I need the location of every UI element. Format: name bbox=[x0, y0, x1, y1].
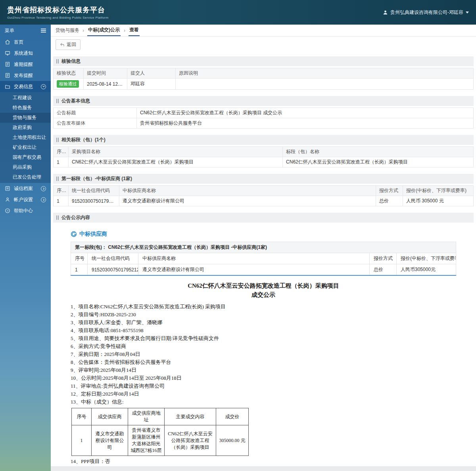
section-notice-content: 公告公示内容 中标供应商 第一标段(包)： CN62仁怀八木至云安公路拓宽改造工… bbox=[53, 213, 474, 471]
doc-line: 7、采购日期：2025年08月04日 bbox=[71, 350, 456, 358]
col-header: 主要成交内容 bbox=[165, 408, 216, 425]
section-header: 第一标段（包）-中标供应商 (1家) bbox=[53, 174, 474, 184]
breadcrumb-award-notice[interactable]: 中标(成交)公示 bbox=[87, 25, 121, 36]
cell-person: 邓廷容 bbox=[127, 79, 176, 90]
person-icon bbox=[5, 197, 10, 202]
svg-text:?: ? bbox=[7, 210, 8, 212]
submenu-item-gov-procurement[interactable]: 政府采购 bbox=[0, 123, 51, 133]
page-footer-strip bbox=[51, 466, 476, 471]
doc-line: 1、项目名称:CN62仁怀八木至云安公路拓宽改造工程(长岗) 采购项目 bbox=[71, 303, 456, 311]
section-header: 核验信息 bbox=[53, 56, 474, 66]
col-header: 统一社会信用代码 bbox=[88, 253, 138, 264]
question-icon: ? bbox=[5, 208, 10, 213]
back-button-label: 返回 bbox=[67, 41, 76, 48]
doc-line: 10、公示时间:2025年08月14日至 2025年08月18日 bbox=[71, 374, 456, 382]
sidebar-item-label: 发布提醒 bbox=[14, 72, 33, 79]
supplier-heading: 中标供应商 bbox=[71, 231, 456, 238]
collapse-toggle-icon[interactable] bbox=[41, 84, 46, 89]
section-title: 公告基本信息 bbox=[61, 98, 90, 104]
table-row: 1 915203007501795212 遵义市交通勘察设计有限公司 总价 人民… bbox=[54, 196, 474, 206]
col-header: 成交供应商 bbox=[92, 408, 128, 425]
document-title: CN62仁怀八木至云安公路拓宽改造工程（长岗）采购项目 bbox=[71, 282, 456, 290]
table-band-row: 第一标段(包)： CN62仁怀八木至云安公路拓宽改造工程（长岗）采购项目 -中标… bbox=[71, 242, 456, 253]
status-badge: 核验通过 bbox=[57, 80, 79, 88]
chevron-right-icon bbox=[41, 197, 46, 202]
user-menu[interactable]: 贵州弘典建设咨询有限公司-邓廷容 bbox=[383, 9, 469, 16]
notice-body: 中标供应商 第一标段(包)： CN62仁怀八木至云安公路拓宽改造工程（长岗）采购… bbox=[53, 224, 474, 471]
sidebar-item-home[interactable]: 首页 bbox=[0, 37, 51, 48]
cell-lot-name: CN62仁怀八木至云安公路拓宽改造工程（长岗）采购项目 bbox=[283, 157, 474, 167]
doc-line: 13、中标（成交）信息: bbox=[71, 398, 456, 406]
sidebar-item-help-center[interactable]: ? 帮助中心 bbox=[0, 205, 51, 216]
breadcrumb-goods-services[interactable]: 货物与服务 bbox=[56, 25, 79, 36]
app-title: 贵州省招标投标公共服务平台 bbox=[7, 5, 108, 15]
field-label: 公告发布媒体 bbox=[54, 118, 137, 129]
submenu-item-drug-procurement[interactable]: 药品采购 bbox=[0, 162, 51, 172]
app-subtitle: GuiZhou Province Tendering and Bidding P… bbox=[7, 16, 108, 19]
section-header: 公告基本信息 bbox=[53, 96, 474, 106]
sidebar-item-publish-reminder[interactable]: 发布提醒 bbox=[0, 70, 51, 81]
sidebar-item-account-settings[interactable]: 帐户设置 bbox=[0, 194, 51, 205]
table-row: 公告发布媒体 贵州省招标投标公共服务平台 bbox=[54, 118, 474, 129]
col-header: 序号 bbox=[54, 186, 69, 196]
sidebar: 菜单 首页 系统通知 逾期提醒 发布提醒 交易信息 工程建设 特色服务 货物与服… bbox=[0, 25, 51, 471]
section-marker-icon bbox=[56, 138, 59, 142]
submenu-item-state-property[interactable]: 国有产权交易 bbox=[0, 152, 51, 162]
sidebar-item-label: 系统通知 bbox=[14, 50, 33, 57]
breadcrumb-view[interactable]: 查看 bbox=[129, 25, 140, 36]
verify-table: 核验状态 提交时间 提交人 原因说明 核验通过 2025-08-14 12:38… bbox=[53, 68, 474, 90]
sidebar-item-notifications[interactable]: 系统通知 bbox=[0, 48, 51, 59]
trade-info-submenu: 工程建设 特色服务 货物与服务 政府采购 土地使用权出让 矿业权出让 国有产权交… bbox=[0, 92, 51, 183]
sidebar-item-overdue-reminder[interactable]: 逾期提醒 bbox=[0, 59, 51, 70]
breadcrumb-separator-icon: › bbox=[124, 25, 125, 36]
sidebar-item-credit-files[interactable]: 诚信档案 bbox=[0, 183, 51, 194]
cell-reason bbox=[176, 79, 474, 90]
cell-status: 核验通过 bbox=[54, 79, 84, 90]
doc-line: 11、评审地点:贵州弘典建设咨询有限公司 bbox=[71, 382, 456, 390]
col-header: 提交人 bbox=[127, 68, 176, 79]
col-header: 成交供应商地址 bbox=[128, 408, 165, 425]
document-icon bbox=[5, 62, 10, 67]
table-row: 1 915203007501795212 遵义市交通勘察设计有限公司 总价 人民… bbox=[71, 264, 456, 276]
hamburger-icon[interactable] bbox=[41, 29, 46, 33]
cell-index: 1 bbox=[54, 196, 69, 206]
doc-line: 14、PPP项目：否 bbox=[71, 458, 456, 465]
back-button[interactable]: 返回 bbox=[56, 39, 81, 50]
col-header: 序号 bbox=[71, 253, 88, 264]
sidebar-item-label: 交易信息 bbox=[14, 83, 33, 90]
cell-supplier-name: 遵义市交通勘察设计有限公司 bbox=[138, 264, 370, 276]
cell-credit-code: 915203007501795212 bbox=[88, 264, 138, 276]
app-header: 贵州省招标投标公共服务平台 GuiZhou Province Tendering… bbox=[0, 0, 476, 25]
submenu-item-special-services[interactable]: 特色服务 bbox=[0, 103, 51, 113]
supplier-badge-icon bbox=[71, 231, 77, 237]
section-related-lots: 相关标段（包）(1个) 序号 采购项目名称 标段（包）名称 1 CN62仁怀八木… bbox=[53, 135, 474, 167]
submenu-item-engineering[interactable]: 工程建设 bbox=[0, 93, 51, 103]
cell-credit-code: 915203007501795212 bbox=[69, 196, 119, 206]
document-subtitle: 成交公示 bbox=[71, 291, 456, 299]
notice-document: CN62仁怀八木至云安公路拓宽改造工程（长岗）采购项目 成交公示 1、项目名称:… bbox=[71, 282, 456, 471]
submenu-item-published-notices[interactable]: 已发公告处理 bbox=[0, 172, 51, 182]
table-header-row: 序号 统一社会信用代码 中标供应商名称 报价方式 报价(中标价、下浮率或费率) bbox=[54, 186, 474, 196]
sidebar-item-label: 帐户设置 bbox=[14, 196, 33, 203]
return-arrow-icon bbox=[60, 42, 65, 47]
cell-price: 人民币305000元 bbox=[396, 264, 456, 276]
col-header: 提交时间 bbox=[84, 68, 127, 79]
col-header: 统一社会信用代码 bbox=[69, 186, 119, 196]
section-winning-supplier: 第一标段（包）-中标供应商 (1家) 序号 统一社会信用代码 中标供应商名称 报… bbox=[53, 174, 474, 206]
cell-index: 1 bbox=[71, 264, 88, 276]
col-header: 成交价 bbox=[216, 408, 249, 425]
col-header: 序号 bbox=[72, 408, 92, 425]
sidebar-item-label: 诚信档案 bbox=[14, 185, 33, 192]
table-row: 核验通过 2025-08-14 12:38 邓廷容 bbox=[54, 79, 474, 90]
cell-project-name: CN62仁怀八木至云安公路拓宽改造工程（长岗）采购项目 bbox=[69, 157, 283, 167]
doc-line: 12、定标日期:2025年08月14日 bbox=[71, 390, 456, 398]
submenu-item-mining-rights[interactable]: 矿业权出让 bbox=[0, 142, 51, 152]
sidebar-item-trade-info[interactable]: 交易信息 bbox=[0, 81, 51, 92]
document-icon bbox=[5, 73, 10, 78]
winning-supplier-table: 序号 统一社会信用代码 中标供应商名称 报价方式 报价(中标价、下浮率或费率) … bbox=[53, 185, 474, 206]
submenu-item-land-rights[interactable]: 土地使用权出让 bbox=[0, 133, 51, 142]
submenu-item-goods-services[interactable]: 货物与服务 bbox=[0, 113, 51, 123]
table-header-row: 序号 采购项目名称 标段（包）名称 bbox=[54, 147, 474, 157]
table-row: 1 CN62仁怀八木至云安公路拓宽改造工程（长岗）采购项目 CN62仁怀八木至云… bbox=[54, 157, 474, 167]
menu-label: 菜单 bbox=[5, 27, 14, 34]
